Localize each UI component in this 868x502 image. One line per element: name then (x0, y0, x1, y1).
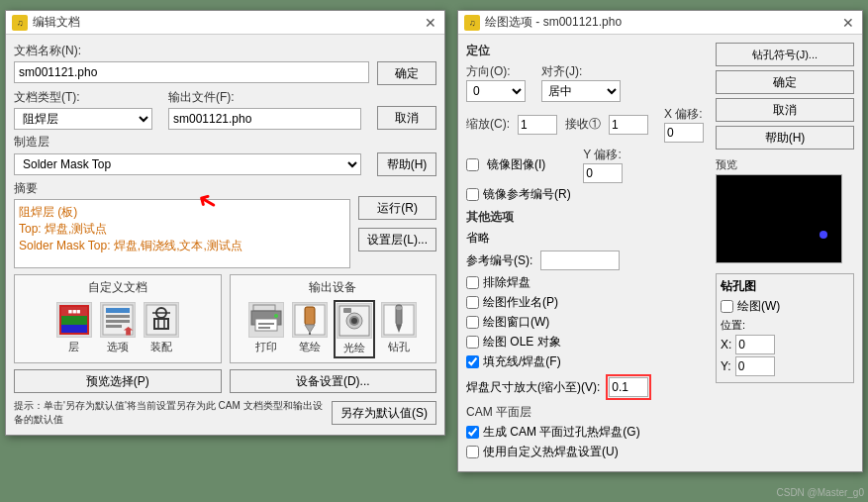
drill-label: 钻孔 (388, 340, 410, 354)
drill-y-input[interactable] (735, 356, 775, 376)
layer-select[interactable]: Solder Mask Top (14, 153, 361, 175)
remove-pad-check[interactable] (466, 276, 479, 289)
mirror-ref-check[interactable] (466, 188, 479, 201)
right-dialog: ♫ 绘图选项 - sm001121.pho ✕ 定位 方向(O): 0 (457, 10, 863, 472)
select-icon-item[interactable]: 选项 (98, 300, 138, 356)
x-offset-input[interactable] (664, 123, 704, 143)
mirror-ref-label: 镜像参考编号(R) (483, 186, 571, 203)
layers-label: 层 (68, 340, 79, 354)
drill-chart-section: 钻孔图 绘图(W) 位置: X: Y: (716, 273, 854, 383)
assembly-icon-item[interactable]: 装配 (142, 300, 181, 356)
svg-point-22 (274, 314, 278, 318)
remove-pad-row: 排除焊盘 (466, 274, 712, 291)
summary-label: 摘要 (14, 180, 350, 197)
filename-input[interactable] (14, 61, 369, 83)
drill-x-input[interactable] (735, 335, 775, 354)
preview-canvas (716, 174, 842, 263)
ok-button[interactable]: 确定 (377, 61, 436, 85)
right-main-content: 定位 方向(O): 0 对齐(J): 居中 (466, 43, 712, 463)
fill-pad-row: 填充线/焊盘(F) (466, 353, 712, 370)
pad-size-input[interactable] (609, 377, 648, 397)
drill-icon (381, 302, 417, 338)
mirror-image-check[interactable] (466, 158, 479, 171)
drill-draw-check[interactable] (721, 300, 733, 313)
print-icon (248, 302, 284, 338)
run-button[interactable]: 运行(R) (358, 196, 436, 220)
positioning-title: 定位 (466, 43, 712, 59)
direction-select[interactable]: 0 (466, 80, 526, 102)
filetype-select[interactable]: 阻焊层 (14, 108, 152, 130)
assembly-label: 装配 (150, 340, 172, 354)
layers-icon-item[interactable]: ■■■ 层 (54, 300, 94, 356)
direction-col: 方向(O): 0 (466, 63, 526, 102)
select-icon (100, 302, 136, 338)
x-offset-label: X 偏移: (664, 106, 704, 123)
svg-point-35 (396, 306, 402, 310)
save-default-btn[interactable]: 另存为默认值(S) (332, 401, 436, 425)
custom-pad-check[interactable] (466, 446, 479, 458)
custom-pad-row: 使用自定义热焊盘设置(U) (466, 444, 712, 460)
draw-job-check[interactable] (466, 296, 479, 309)
hint-text: 提示：单击'另存为默认值'将当前设置另存为此 CAM 文档类型和输出设备的默认值 (14, 399, 328, 427)
scale-label: 缩放(C): (466, 116, 510, 133)
photo-icon-item[interactable]: 光绘 (334, 300, 375, 358)
y-offset-input[interactable] (583, 163, 623, 183)
draw-job-label: 绘图作业名(P) (483, 294, 558, 311)
photo-icon (337, 303, 372, 339)
receive-input[interactable] (609, 115, 648, 135)
right-ok-btn[interactable]: 确定 (716, 70, 854, 94)
layers-icon: ■■■ (56, 302, 92, 338)
device-btn[interactable]: 设备设置(D)... (230, 369, 437, 393)
scale-input[interactable] (518, 115, 557, 135)
left-dialog-close[interactable]: ✕ (423, 15, 438, 31)
draw-ole-check[interactable] (466, 336, 479, 349)
left-dialog: ♫ 编辑文档 ✕ 文档名称(N): 确定 文档类型(T): 阻焊层 输出文件(F… (5, 10, 445, 436)
fill-pad-check[interactable] (466, 355, 479, 368)
generate-check[interactable] (466, 426, 479, 439)
outputfile-input[interactable] (168, 108, 361, 130)
drill-symbol-btn[interactable]: 钻孔符号(J)... (716, 43, 854, 66)
custom-title: 自定义文档 (19, 279, 217, 296)
left-dialog-titlebar: ♫ 编辑文档 ✕ (6, 11, 444, 35)
draw-window-check[interactable] (466, 316, 479, 329)
right-cancel-btn[interactable]: 取消 (716, 98, 854, 122)
watermark: CSDN @Master_g0 (776, 487, 864, 498)
drill-icon-item[interactable]: 钻孔 (379, 300, 419, 358)
remove-pad-label: 排除焊盘 (483, 274, 530, 291)
ref-input[interactable] (540, 251, 620, 270)
svg-rect-8 (106, 320, 130, 323)
print-icon-item[interactable]: 打印 (246, 300, 286, 358)
assembly-icon (144, 302, 179, 338)
x-offset-col: X 偏移: (664, 106, 704, 143)
drill-position-label: 位置: (721, 318, 849, 333)
bottom-row: 预览选择(P) 设备设置(D)... (14, 369, 436, 393)
draw-window-row: 绘图窗口(W) (466, 314, 712, 331)
align-col: 对齐(J): 居中 (541, 63, 621, 102)
right-dialog-icon: ♫ (464, 15, 480, 31)
svg-rect-2 (61, 316, 87, 325)
receive-label: 接收① (565, 116, 601, 133)
fill-pad-label: 填充线/焊盘(F) (483, 353, 561, 370)
right-help-btn[interactable]: 帮助(H) (716, 126, 854, 150)
setlayer-button[interactable]: 设置层(L)... (358, 228, 436, 251)
preview-btn[interactable]: 预览选择(P) (14, 369, 222, 393)
right-dialog-close[interactable]: ✕ (840, 15, 856, 31)
scale-row: 缩放(C): 接收① X 偏移: (466, 106, 712, 143)
drill-y-label: Y: (721, 359, 731, 373)
pen-icon-item[interactable]: 笔绘 (290, 300, 330, 358)
output-title: 输出设备 (235, 279, 433, 296)
ref-label: 参考编号(S): (466, 252, 532, 269)
draw-job-row: 绘图作业名(P) (466, 294, 712, 311)
cam-layer-label: CAM 平面层 (466, 404, 531, 421)
y-offset-col: Y 偏移: (583, 147, 623, 183)
summary-line2: Top: 焊盘,测试点 (19, 221, 345, 238)
cancel-button[interactable]: 取消 (377, 106, 436, 130)
hint-bar: 提示：单击'另存为默认值'将当前设置另存为此 CAM 文档类型和输出设备的默认值… (14, 399, 436, 427)
help-button[interactable]: 帮助(H) (377, 152, 436, 176)
align-select[interactable]: 居中 (541, 80, 621, 102)
mirror-image-row: 镜像图像(I) Y 偏移: (466, 147, 712, 183)
direction-align-row: 方向(O): 0 对齐(J): 居中 (466, 63, 712, 102)
svg-rect-9 (106, 325, 122, 328)
summary-line3: Solder Mask Top: 焊盘,铜浇线,文本,测试点 (19, 238, 345, 254)
pad-size-row: 焊盘尺寸放大(缩小至)(V): (466, 374, 712, 400)
